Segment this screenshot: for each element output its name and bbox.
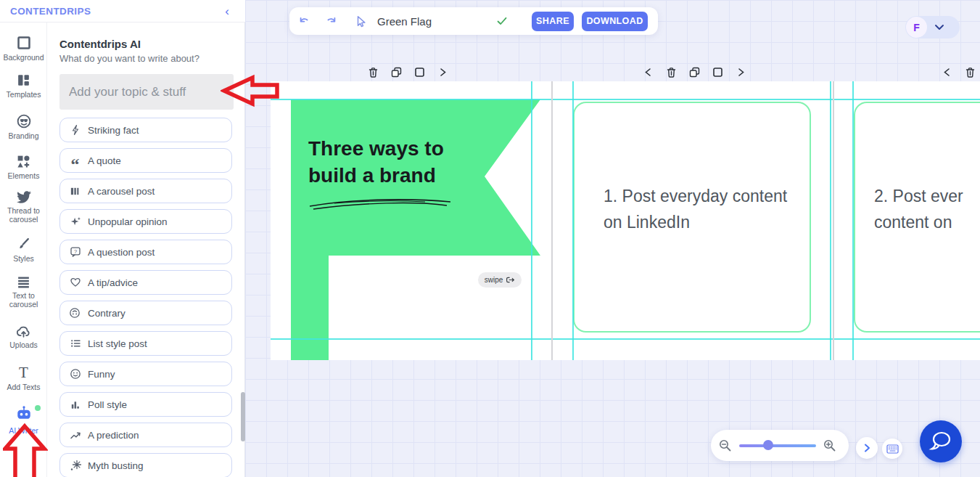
annotation-arrow-up — [3, 423, 48, 477]
hand-drawn-underline[interactable] — [307, 195, 456, 215]
slide2-text-line2: on LinkedIn — [604, 209, 810, 235]
swipe-label: swipe — [485, 276, 503, 284]
slide1-toolbar — [366, 65, 450, 79]
next-slide-icon[interactable] — [436, 65, 450, 79]
ai-writer-panel: Contentdrips AI What do you want to writ… — [47, 23, 245, 477]
robot-icon — [15, 405, 33, 421]
slide3-toolbar — [940, 65, 977, 79]
top-toolbar: Green Flag SHARE DOWNLOAD — [289, 7, 658, 35]
slide1-title-line1: Three ways to — [308, 135, 444, 162]
next-slide-icon[interactable] — [734, 65, 748, 79]
panel-scrollbar[interactable] — [241, 392, 245, 441]
option-list-style-post[interactable]: List style post — [59, 331, 232, 356]
chevron-right-icon — [862, 443, 872, 453]
delete-slide-icon[interactable] — [366, 65, 380, 79]
app-header: CONTENTDRIPS ‹ — [0, 0, 245, 23]
slide1-title[interactable]: Three ways to build a brand — [308, 135, 444, 189]
delete-slide-icon[interactable] — [664, 65, 678, 79]
guide-line-horizontal — [271, 338, 980, 340]
list-icon — [69, 338, 81, 350]
ai-status-dot — [35, 405, 41, 411]
swipe-badge[interactable]: swipe — [478, 272, 522, 288]
option-a-quote[interactable]: “ A quote — [59, 148, 232, 173]
slide2-text[interactable]: 1. Post everyday content on LinkedIn — [575, 103, 810, 235]
svg-text:?: ? — [73, 248, 76, 255]
smiley-icon — [69, 368, 81, 380]
swipe-arrow-icon — [506, 276, 515, 284]
zoom-in-icon[interactable] — [822, 438, 838, 454]
avatar[interactable]: F — [906, 17, 927, 38]
background-icon — [16, 35, 32, 51]
sidebar-item-branding[interactable]: Branding — [0, 113, 47, 140]
slide2-toolbar — [641, 65, 748, 79]
prev-slide-icon[interactable] — [641, 65, 655, 79]
topic-input[interactable] — [59, 74, 234, 110]
zoom-bar — [711, 430, 849, 461]
guide-line-vertical — [531, 81, 532, 360]
duplicate-slide-icon[interactable] — [390, 65, 403, 79]
sidebar-item-styles[interactable]: Styles — [0, 237, 47, 263]
annotation-arrow-left — [221, 73, 280, 110]
support-chat-button[interactable] — [920, 420, 962, 462]
sidebar-item-thread-to-carousel[interactable]: Thread to carousel — [0, 190, 47, 224]
guide-line-vertical — [830, 81, 831, 360]
sidebar: Background Templates Branding Elements T… — [0, 23, 47, 477]
option-a-prediction[interactable]: A prediction — [59, 423, 232, 447]
option-myth-busting[interactable]: Myth busting — [59, 453, 232, 477]
guide-line-horizontal — [271, 99, 980, 100]
collapse-panel-icon[interactable]: ‹ — [225, 5, 229, 17]
guide-line-vertical — [852, 81, 854, 360]
keyboard-shortcuts-button[interactable] — [882, 439, 902, 459]
option-unpopular-opinion[interactable]: Unpopular opinion — [59, 209, 232, 234]
delete-slide-icon[interactable] — [963, 65, 977, 79]
option-funny[interactable]: Funny — [59, 362, 232, 386]
redo-icon[interactable] — [323, 13, 339, 29]
sidebar-item-background[interactable]: Background — [0, 35, 47, 62]
bar-chart-icon — [69, 399, 81, 411]
share-button[interactable]: SHARE — [532, 12, 574, 31]
duplicate-slide-icon[interactable] — [688, 65, 701, 79]
letter-T-icon: T — [19, 364, 28, 380]
prev-slide-icon[interactable] — [940, 65, 954, 79]
option-a-tip-advice[interactable]: A tip/advice — [59, 270, 232, 295]
option-a-carousel-post[interactable]: A carousel post — [59, 179, 232, 203]
chevron-down-icon[interactable] — [934, 24, 944, 30]
slide3-text-line2: content on — [874, 209, 980, 235]
frame-icon[interactable] — [413, 65, 427, 79]
sidebar-item-elements[interactable]: Elements — [0, 154, 47, 180]
carousel-bars-icon — [69, 185, 81, 197]
branding-smiley-icon — [16, 113, 32, 129]
twitter-bird-icon — [16, 190, 32, 204]
sidebar-item-text-to-carousel[interactable]: Text to carousel — [0, 276, 47, 309]
sidebar-item-add-texts[interactable]: T Add Texts — [0, 364, 47, 391]
upside-down-smiley-icon — [69, 307, 81, 319]
bolt-icon — [69, 124, 81, 136]
expand-panel-button[interactable] — [856, 437, 878, 459]
slide3-card[interactable]: 2. Post ever content on — [854, 102, 980, 333]
cloud-upload-icon — [15, 324, 32, 338]
zoom-out-icon[interactable] — [717, 438, 733, 454]
slide1-title-line2: build a brand — [308, 162, 444, 189]
starburst-icon — [69, 460, 81, 472]
sidebar-item-templates[interactable]: Templates — [0, 73, 47, 99]
frame-icon[interactable] — [711, 65, 725, 79]
slide2-card[interactable]: 1. Post everyday content on LinkedIn — [573, 102, 811, 333]
keyboard-icon — [886, 444, 899, 454]
undo-icon[interactable] — [297, 13, 313, 29]
cursor-icon[interactable] — [352, 13, 368, 29]
panel-subtitle: What do you want to write about? — [59, 53, 199, 64]
slide3-text[interactable]: 2. Post ever content on — [855, 103, 980, 235]
sidebar-item-uploads[interactable]: Uploads — [0, 324, 47, 349]
zoom-slider-thumb[interactable] — [763, 440, 773, 450]
heart-icon — [69, 277, 81, 289]
option-poll-style[interactable]: Poll style — [59, 392, 232, 417]
guide-line-vertical — [551, 81, 553, 360]
zoom-slider[interactable] — [739, 444, 816, 447]
option-contrary[interactable]: Contrary — [59, 301, 232, 325]
option-a-question-post[interactable]: ? A question post — [59, 240, 232, 264]
user-menu[interactable]: F — [905, 16, 960, 38]
design-title[interactable]: Green Flag — [377, 15, 432, 28]
option-striking-fact[interactable]: Striking fact — [59, 118, 232, 142]
download-button[interactable]: DOWNLOAD — [582, 12, 648, 31]
chat-bubble-icon — [928, 430, 953, 453]
